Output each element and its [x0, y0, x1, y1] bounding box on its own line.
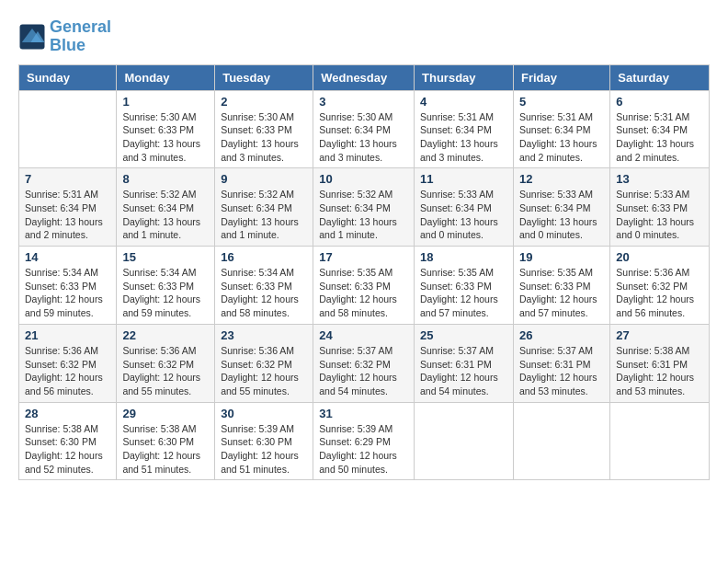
day-number: 29	[122, 407, 209, 420]
day-cell: 23Sunrise: 5:36 AMSunset: 6:32 PMDayligh…	[215, 324, 313, 402]
day-number: 18	[420, 250, 507, 264]
day-info: Sunrise: 5:31 AMSunset: 6:34 PMDaylight:…	[616, 110, 703, 165]
day-cell: 7Sunrise: 5:31 AMSunset: 6:34 PMDaylight…	[19, 168, 117, 247]
col-header-tuesday: Tuesday	[215, 64, 313, 90]
col-header-friday: Friday	[513, 64, 609, 90]
day-info: Sunrise: 5:30 AMSunset: 6:34 PMDaylight:…	[319, 110, 408, 165]
day-cell: 14Sunrise: 5:34 AMSunset: 6:33 PMDayligh…	[19, 247, 117, 325]
day-info: Sunrise: 5:34 AMSunset: 6:33 PMDaylight:…	[25, 266, 110, 320]
day-info: Sunrise: 5:37 AMSunset: 6:32 PMDaylight:…	[319, 344, 408, 398]
day-number: 30	[221, 407, 307, 420]
day-info: Sunrise: 5:35 AMSunset: 6:33 PMDaylight:…	[519, 266, 604, 320]
day-info: Sunrise: 5:38 AMSunset: 6:30 PMDaylight:…	[25, 422, 110, 477]
day-number: 10	[319, 172, 408, 186]
day-info: Sunrise: 5:31 AMSunset: 6:34 PMDaylight:…	[519, 110, 604, 165]
day-info: Sunrise: 5:36 AMSunset: 6:32 PMDaylight:…	[25, 344, 110, 398]
day-cell: 10Sunrise: 5:32 AMSunset: 6:34 PMDayligh…	[313, 168, 415, 247]
day-number: 17	[319, 250, 408, 264]
day-info: Sunrise: 5:33 AMSunset: 6:34 PMDaylight:…	[420, 188, 507, 242]
col-header-sunday: Sunday	[19, 64, 117, 90]
day-info: Sunrise: 5:38 AMSunset: 6:31 PMDaylight:…	[616, 344, 703, 398]
header: General Blue	[18, 18, 710, 55]
day-cell: 30Sunrise: 5:39 AMSunset: 6:30 PMDayligh…	[215, 402, 313, 480]
day-number: 9	[221, 172, 307, 186]
day-number: 2	[221, 95, 307, 109]
day-cell: 5Sunrise: 5:31 AMSunset: 6:34 PMDaylight…	[513, 90, 609, 168]
day-number: 8	[122, 172, 209, 186]
day-cell: 21Sunrise: 5:36 AMSunset: 6:32 PMDayligh…	[19, 324, 117, 402]
day-cell	[19, 90, 117, 168]
day-info: Sunrise: 5:36 AMSunset: 6:32 PMDaylight:…	[122, 344, 209, 398]
week-row-3: 14Sunrise: 5:34 AMSunset: 6:33 PMDayligh…	[19, 247, 710, 325]
day-info: Sunrise: 5:31 AMSunset: 6:34 PMDaylight:…	[25, 188, 110, 242]
day-number: 6	[616, 95, 703, 109]
day-info: Sunrise: 5:35 AMSunset: 6:33 PMDaylight:…	[420, 266, 507, 320]
day-number: 26	[519, 328, 604, 342]
day-info: Sunrise: 5:30 AMSunset: 6:33 PMDaylight:…	[221, 110, 307, 165]
day-cell: 24Sunrise: 5:37 AMSunset: 6:32 PMDayligh…	[313, 324, 415, 402]
day-info: Sunrise: 5:30 AMSunset: 6:33 PMDaylight:…	[122, 110, 209, 165]
day-cell: 11Sunrise: 5:33 AMSunset: 6:34 PMDayligh…	[415, 168, 514, 247]
day-cell: 28Sunrise: 5:38 AMSunset: 6:30 PMDayligh…	[19, 402, 117, 480]
day-info: Sunrise: 5:33 AMSunset: 6:33 PMDaylight:…	[616, 188, 703, 242]
day-info: Sunrise: 5:39 AMSunset: 6:30 PMDaylight:…	[221, 422, 307, 477]
day-cell: 13Sunrise: 5:33 AMSunset: 6:33 PMDayligh…	[610, 168, 710, 247]
day-cell	[415, 402, 514, 480]
day-number: 11	[420, 172, 507, 186]
day-info: Sunrise: 5:37 AMSunset: 6:31 PMDaylight:…	[519, 344, 604, 398]
day-info: Sunrise: 5:35 AMSunset: 6:33 PMDaylight:…	[319, 266, 408, 320]
day-cell: 1Sunrise: 5:30 AMSunset: 6:33 PMDaylight…	[117, 90, 215, 168]
day-number: 16	[221, 250, 307, 264]
col-header-thursday: Thursday	[415, 64, 514, 90]
day-number: 23	[221, 328, 307, 342]
day-info: Sunrise: 5:32 AMSunset: 6:34 PMDaylight:…	[122, 188, 209, 242]
day-number: 13	[616, 172, 703, 186]
logo-icon	[18, 23, 46, 51]
column-headers: SundayMondayTuesdayWednesdayThursdayFrid…	[19, 64, 710, 90]
week-row-5: 28Sunrise: 5:38 AMSunset: 6:30 PMDayligh…	[19, 402, 710, 480]
day-cell: 8Sunrise: 5:32 AMSunset: 6:34 PMDaylight…	[117, 168, 215, 247]
day-cell: 27Sunrise: 5:38 AMSunset: 6:31 PMDayligh…	[610, 324, 710, 402]
day-number: 25	[420, 328, 507, 342]
day-cell: 29Sunrise: 5:38 AMSunset: 6:30 PMDayligh…	[117, 402, 215, 480]
calendar-body: 1Sunrise: 5:30 AMSunset: 6:33 PMDaylight…	[19, 90, 710, 480]
day-info: Sunrise: 5:39 AMSunset: 6:29 PMDaylight:…	[319, 422, 408, 477]
day-number: 7	[25, 172, 110, 186]
day-cell: 17Sunrise: 5:35 AMSunset: 6:33 PMDayligh…	[313, 247, 415, 325]
day-number: 27	[616, 328, 703, 342]
day-number: 3	[319, 95, 408, 109]
day-cell: 6Sunrise: 5:31 AMSunset: 6:34 PMDaylight…	[610, 90, 710, 168]
week-row-4: 21Sunrise: 5:36 AMSunset: 6:32 PMDayligh…	[19, 324, 710, 402]
day-info: Sunrise: 5:32 AMSunset: 6:34 PMDaylight:…	[319, 188, 408, 242]
day-info: Sunrise: 5:33 AMSunset: 6:34 PMDaylight:…	[519, 188, 604, 242]
day-number: 24	[319, 328, 408, 342]
day-cell: 9Sunrise: 5:32 AMSunset: 6:34 PMDaylight…	[215, 168, 313, 247]
day-info: Sunrise: 5:37 AMSunset: 6:31 PMDaylight:…	[420, 344, 507, 398]
day-info: Sunrise: 5:34 AMSunset: 6:33 PMDaylight:…	[122, 266, 209, 320]
day-cell: 18Sunrise: 5:35 AMSunset: 6:33 PMDayligh…	[415, 247, 514, 325]
day-number: 31	[319, 407, 408, 420]
calendar-table: SundayMondayTuesdayWednesdayThursdayFrid…	[18, 64, 710, 481]
day-number: 12	[519, 172, 604, 186]
day-cell: 12Sunrise: 5:33 AMSunset: 6:34 PMDayligh…	[513, 168, 609, 247]
day-info: Sunrise: 5:38 AMSunset: 6:30 PMDaylight:…	[122, 422, 209, 477]
day-cell: 22Sunrise: 5:36 AMSunset: 6:32 PMDayligh…	[117, 324, 215, 402]
day-number: 20	[616, 250, 703, 264]
day-cell: 31Sunrise: 5:39 AMSunset: 6:29 PMDayligh…	[313, 402, 415, 480]
day-number: 28	[25, 407, 110, 420]
day-cell: 19Sunrise: 5:35 AMSunset: 6:33 PMDayligh…	[513, 247, 609, 325]
col-header-monday: Monday	[117, 64, 215, 90]
day-cell: 25Sunrise: 5:37 AMSunset: 6:31 PMDayligh…	[415, 324, 514, 402]
day-cell: 15Sunrise: 5:34 AMSunset: 6:33 PMDayligh…	[117, 247, 215, 325]
day-info: Sunrise: 5:36 AMSunset: 6:32 PMDaylight:…	[221, 344, 307, 398]
logo-text: General Blue	[50, 18, 111, 55]
day-cell: 16Sunrise: 5:34 AMSunset: 6:33 PMDayligh…	[215, 247, 313, 325]
week-row-1: 1Sunrise: 5:30 AMSunset: 6:33 PMDaylight…	[19, 90, 710, 168]
day-info: Sunrise: 5:31 AMSunset: 6:34 PMDaylight:…	[420, 110, 507, 165]
day-info: Sunrise: 5:32 AMSunset: 6:34 PMDaylight:…	[221, 188, 307, 242]
day-number: 4	[420, 95, 507, 109]
day-cell: 2Sunrise: 5:30 AMSunset: 6:33 PMDaylight…	[215, 90, 313, 168]
day-cell: 26Sunrise: 5:37 AMSunset: 6:31 PMDayligh…	[513, 324, 609, 402]
day-info: Sunrise: 5:36 AMSunset: 6:32 PMDaylight:…	[616, 266, 703, 320]
day-cell: 20Sunrise: 5:36 AMSunset: 6:32 PMDayligh…	[610, 247, 710, 325]
